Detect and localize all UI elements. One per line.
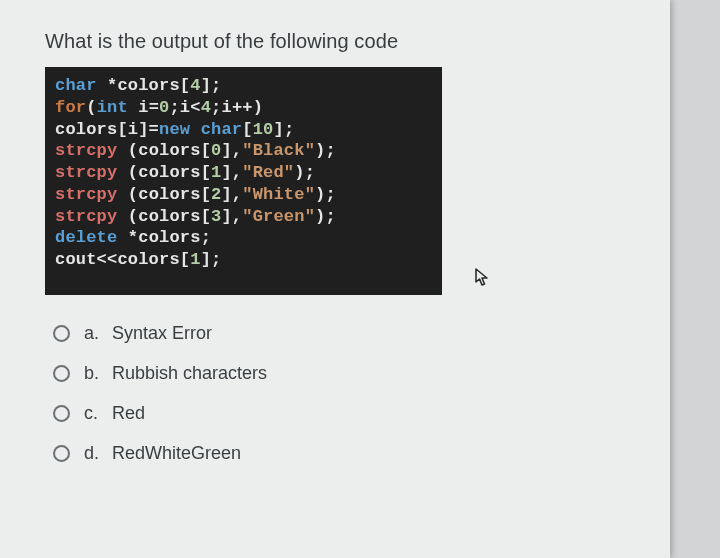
option-text: Syntax Error (112, 323, 212, 344)
options-list: a. Syntax Error b. Rubbish characters c.… (45, 323, 630, 464)
code-line-5: strcpy (colors[1],"Red"); (55, 162, 434, 184)
code-line-6: strcpy (colors[2],"White"); (55, 184, 434, 206)
code-block: char *colors[4]; for(int i=0;i<4;i++) co… (45, 67, 442, 295)
code-line-9: cout<<colors[1]; (55, 249, 434, 271)
code-line-8: delete *colors; (55, 227, 434, 249)
option-letter: b. (84, 363, 112, 384)
radio-icon[interactable] (53, 405, 70, 422)
radio-icon[interactable] (53, 365, 70, 382)
quiz-page: What is the output of the following code… (0, 0, 670, 558)
code-line-1: char *colors[4]; (55, 75, 434, 97)
option-text: Rubbish characters (112, 363, 267, 384)
option-a[interactable]: a. Syntax Error (53, 323, 630, 344)
option-d[interactable]: d. RedWhiteGreen (53, 443, 630, 464)
code-line-2: for(int i=0;i<4;i++) (55, 97, 434, 119)
option-letter: c. (84, 403, 112, 424)
code-line-4: strcpy (colors[0],"Black"); (55, 140, 434, 162)
radio-icon[interactable] (53, 325, 70, 342)
code-line-7: strcpy (colors[3],"Green"); (55, 206, 434, 228)
option-text: RedWhiteGreen (112, 443, 241, 464)
mouse-cursor-icon (475, 268, 493, 290)
code-line-3: colors[i]=new char[10]; (55, 119, 434, 141)
option-b[interactable]: b. Rubbish characters (53, 363, 630, 384)
option-letter: a. (84, 323, 112, 344)
option-text: Red (112, 403, 145, 424)
radio-icon[interactable] (53, 445, 70, 462)
question-text: What is the output of the following code (45, 30, 630, 53)
option-letter: d. (84, 443, 112, 464)
option-c[interactable]: c. Red (53, 403, 630, 424)
